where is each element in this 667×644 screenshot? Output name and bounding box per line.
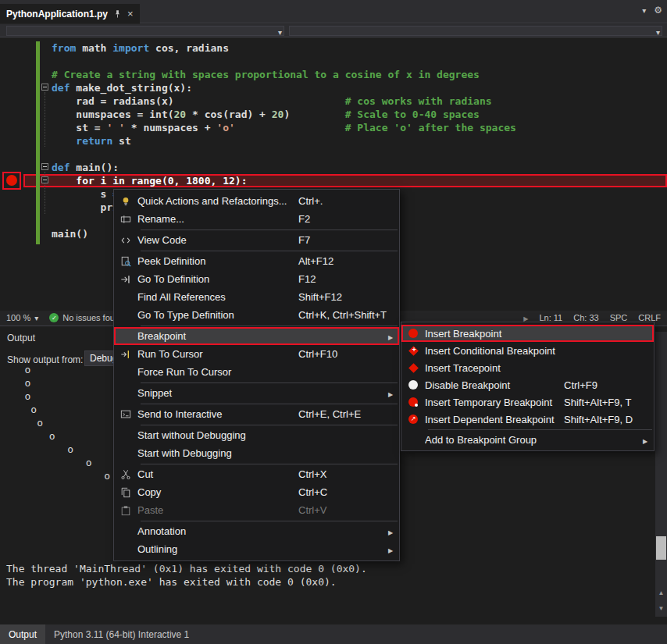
code-line[interactable]: def main(): bbox=[23, 161, 667, 174]
peek-definition-icon bbox=[114, 256, 137, 267]
output-line: The program 'python.exe' has exited with… bbox=[6, 575, 367, 589]
menu-item-find-all-references[interactable]: Find All ReferencesShift+F12 bbox=[114, 288, 399, 306]
menu-item-label: Disable Breakpoint bbox=[425, 379, 564, 391]
menu-item-shortcut: F7 bbox=[298, 234, 385, 246]
code-line[interactable] bbox=[23, 148, 667, 161]
menu-item-annotation[interactable]: Annotation bbox=[114, 522, 399, 540]
menu-item-rename[interactable]: Rename...F2 bbox=[114, 210, 399, 228]
menu-item-label: Outlining bbox=[137, 543, 298, 555]
menu-separator bbox=[141, 381, 398, 384]
chevron-down-icon bbox=[278, 27, 282, 37]
zoom-control[interactable]: 100 % bbox=[0, 313, 45, 322]
cut-icon bbox=[114, 469, 137, 480]
menu-item-outlining[interactable]: Outlining bbox=[114, 540, 399, 558]
menu-item-start-without-debugging[interactable]: Start without Debugging bbox=[114, 426, 399, 444]
menu-item-shortcut: Ctrl+. bbox=[298, 195, 385, 207]
menu-item-peek-definition[interactable]: Peek DefinitionAlt+F12 bbox=[114, 252, 399, 270]
menu-item-cut[interactable]: CutCtrl+X bbox=[114, 465, 399, 483]
menu-item-copy[interactable]: CopyCtrl+C bbox=[114, 483, 399, 501]
code-line[interactable]: st = ' ' * numspaces + 'o' # Place 'o' a… bbox=[23, 121, 667, 134]
menu-item-label: Insert Conditional Breakpoint bbox=[425, 345, 564, 357]
temporary-breakpoint-icon bbox=[401, 397, 425, 407]
menu-item-shortcut: Shift+F12 bbox=[298, 291, 385, 303]
annotation-breakpoint-gutter bbox=[2, 172, 21, 190]
menu-item-insert-dependent-breakpoint[interactable]: Insert Dependent BreakpointShift+Alt+F9,… bbox=[401, 411, 654, 428]
code-line[interactable]: # Create a string with spaces proportion… bbox=[23, 68, 667, 81]
scope-dropdown[interactable] bbox=[6, 26, 284, 36]
panel-tab-output[interactable]: Output bbox=[0, 624, 45, 644]
code-line[interactable]: def make_dot_string(x): bbox=[23, 81, 667, 94]
menu-separator bbox=[428, 428, 652, 431]
menu-item-shortcut: Ctrl+F10 bbox=[298, 348, 385, 360]
submenu-arrow-icon bbox=[385, 330, 396, 342]
code-line[interactable]: return st bbox=[23, 134, 667, 148]
menu-item-insert-tracepoint[interactable]: Insert Tracepoint bbox=[401, 359, 654, 376]
menu-item-quick-actions-and-refactorings[interactable]: Quick Actions and Refactorings...Ctrl+. bbox=[114, 192, 399, 210]
code-line-breakpoint[interactable]: for i in range(0, 1800, 12): bbox=[23, 174, 667, 187]
menu-item-view-code[interactable]: View CodeF7 bbox=[114, 231, 399, 249]
panel-tab-label: Output bbox=[9, 629, 37, 640]
pin-icon[interactable] bbox=[113, 9, 122, 19]
panel-tab-interactive[interactable]: Python 3.11 (64-bit) Interactive 1 bbox=[45, 624, 198, 644]
tab-title: PythonApplication1.py bbox=[6, 9, 108, 20]
menu-item-go-to-definition[interactable]: Go To DefinitionF12 bbox=[114, 270, 399, 288]
menu-item-run-to-cursor[interactable]: Run To CursorCtrl+F10 bbox=[114, 345, 399, 363]
gear-icon[interactable] bbox=[654, 5, 662, 16]
scroll-down-icon[interactable] bbox=[655, 601, 667, 615]
vertical-scrollbar[interactable] bbox=[655, 332, 667, 617]
menu-item-breakpoint[interactable]: Breakpoint bbox=[114, 327, 399, 345]
menu-item-label: Paste bbox=[137, 504, 298, 516]
menu-item-send-to-interactive[interactable]: Send to InteractiveCtrl+E, Ctrl+E bbox=[114, 405, 399, 423]
menu-item-label: Breakpoint bbox=[137, 330, 298, 342]
view-code-icon bbox=[114, 235, 137, 246]
navigation-bar bbox=[0, 24, 667, 37]
menu-item-label: Rename... bbox=[137, 213, 298, 225]
conditional-breakpoint-icon bbox=[401, 347, 425, 354]
chevron-down-icon[interactable] bbox=[642, 5, 646, 16]
menu-item-label: Peek Definition bbox=[137, 255, 298, 267]
rename-icon bbox=[114, 214, 137, 225]
menu-item-label: Insert Temporary Breakpoint bbox=[425, 397, 564, 408]
code-line[interactable]: numspaces = int(20 * cos(rad) + 20) # Sc… bbox=[23, 108, 667, 121]
code-line[interactable]: from math import cos, radians bbox=[23, 41, 667, 55]
menu-item-disable-breakpoint[interactable]: Disable BreakpointCtrl+F9 bbox=[401, 376, 654, 393]
menu-item-snippet[interactable]: Snippet bbox=[114, 384, 399, 402]
menu-item-shortcut: Alt+F12 bbox=[298, 255, 385, 267]
paste-icon bbox=[114, 505, 137, 516]
visual-studio-window: PythonApplication1.py from math import c… bbox=[0, 0, 667, 644]
menu-item-label: Send to Interactive bbox=[137, 408, 298, 420]
menu-item-label: Find All References bbox=[137, 291, 298, 303]
scroll-up-icon[interactable] bbox=[655, 585, 667, 600]
close-icon[interactable] bbox=[127, 9, 134, 19]
lightbulb-icon bbox=[114, 196, 137, 207]
menu-item-start-with-debugging[interactable]: Start with Debugging bbox=[114, 444, 399, 462]
menu-item-force-run-to-cursor[interactable]: Force Run To Cursor bbox=[114, 363, 399, 381]
run-to-cursor-icon bbox=[114, 349, 137, 360]
menu-separator bbox=[141, 324, 398, 327]
code-line[interactable] bbox=[23, 55, 667, 68]
menu-item-label: Snippet bbox=[137, 387, 298, 399]
menu-item-shortcut: Ctrl+F9 bbox=[564, 379, 640, 391]
menu-item-paste[interactable]: PasteCtrl+V bbox=[114, 501, 399, 519]
menu-item-insert-temporary-breakpoint[interactable]: Insert Temporary BreakpointShift+Alt+F9,… bbox=[401, 393, 654, 411]
document-tab[interactable]: PythonApplication1.py bbox=[0, 4, 140, 23]
menu-item-shortcut: Ctrl+X bbox=[298, 468, 385, 480]
menu-item-label: Run To Cursor bbox=[137, 348, 298, 360]
menu-item-label: Force Run To Cursor bbox=[137, 366, 298, 378]
menu-item-add-to-breakpoint-group[interactable]: Add to Breakpoint Group bbox=[401, 431, 654, 448]
context-menu: Quick Actions and Refactorings...Ctrl+.R… bbox=[113, 189, 400, 561]
scrollbar-thumb[interactable] bbox=[656, 536, 666, 560]
submenu-arrow-icon bbox=[385, 525, 396, 537]
menu-item-insert-breakpoint[interactable]: Insert Breakpoint bbox=[401, 325, 654, 342]
menu-separator bbox=[141, 402, 398, 405]
indent-guide bbox=[45, 92, 45, 147]
dependent-breakpoint-icon bbox=[401, 415, 425, 424]
menu-item-label: Insert Tracepoint bbox=[425, 362, 564, 374]
menu-item-label: View Code bbox=[137, 234, 298, 246]
code-line[interactable]: rad = radians(x) # cos works with radian… bbox=[23, 94, 667, 108]
member-dropdown[interactable] bbox=[289, 26, 662, 36]
menu-item-label: Add to Breakpoint Group bbox=[425, 434, 564, 446]
menu-item-go-to-type-definition[interactable]: Go To Type DefinitionCtrl+K, Ctrl+Shift+… bbox=[114, 306, 399, 324]
menu-item-insert-conditional-breakpoint[interactable]: Insert Conditional Breakpoint bbox=[401, 342, 654, 359]
menu-item-label: Go To Type Definition bbox=[137, 309, 298, 321]
